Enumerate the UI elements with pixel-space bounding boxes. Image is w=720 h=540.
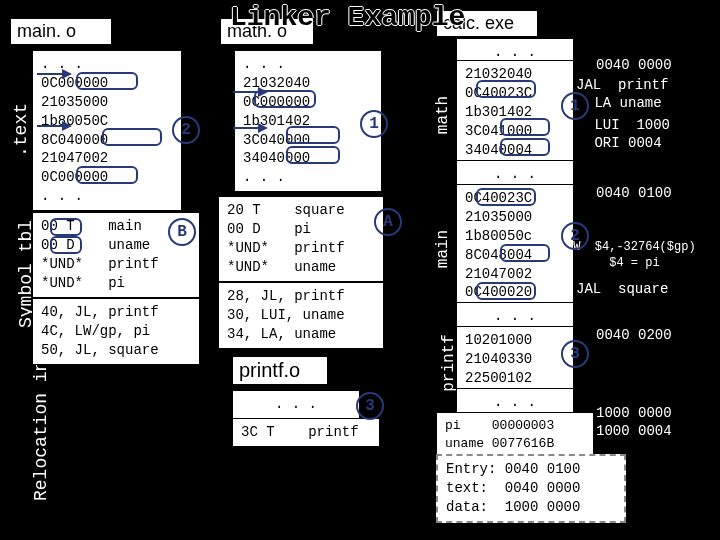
maino-reloc: 40, JL, printf 4C, LW/gp, pi 50, JL, squ… [32,298,200,365]
note-addr-5: 1000 0004 [596,422,672,440]
label-text: .text [11,103,31,157]
badge-1-mid: 1 [360,110,388,138]
badge-B: B [168,218,196,246]
label-printf-v: printf [440,334,458,392]
note-jal-printf: JAL printf [576,76,668,94]
note-jal-square: JAL square [576,280,668,298]
exe-data: pi 00000003 uname 0077616B [436,412,594,457]
badge-3-mid: 3 [356,392,384,420]
badge-3-r: 3 [561,340,589,368]
svg-marker-7 [258,123,268,133]
note-lui-ori: LUI 1000 ORI 0004 [586,116,670,152]
page-title: Linker Example [230,2,465,33]
badge-2-left: 2 [172,116,200,144]
printfo-sym: 3C T printf [232,418,380,447]
note-addr-1: 0040 0000 [596,56,672,74]
badge-A: A [374,208,402,236]
note-addr-2: 0040 0100 [596,184,672,202]
svg-marker-1 [62,69,72,79]
note-la-uname: LA uname [586,94,662,112]
tab-main-o: main. o [10,18,112,45]
exe-entry: Entry: 0040 0100 text: 0040 0000 data: 1… [436,454,626,523]
note-addr-4: 1000 0000 [596,404,672,422]
tab-printf-o: printf.o [232,356,328,385]
note-addr-3: 0040 0200 [596,326,672,344]
badge-1-r: 1 [561,92,589,120]
svg-marker-5 [258,87,268,97]
matho-reloc: 28, JL, printf 30, LUI, uname 34, LA, un… [218,282,384,349]
badge-2-r: 2 [561,222,589,250]
exe-block2: 0C40023C 21035000 1b80050c 8C048004 2104… [456,184,574,307]
printfo-text: . . . [232,390,360,419]
svg-marker-3 [62,121,72,131]
arrow-icon [228,82,268,102]
matho-sym: 20 T square 00 D pi *UND* printf *UND* u… [218,196,384,282]
arrow-icon [32,64,72,84]
arrow-icon [228,118,268,138]
label-math-v: math [434,96,452,134]
exe-block3: 10201000 21040330 22500102 [456,326,574,393]
label-main-v: main [434,230,452,268]
arrow-icon [32,116,72,136]
exe-block1: 21032040 0C40023C 1b301402 3C041000 3404… [456,60,574,164]
